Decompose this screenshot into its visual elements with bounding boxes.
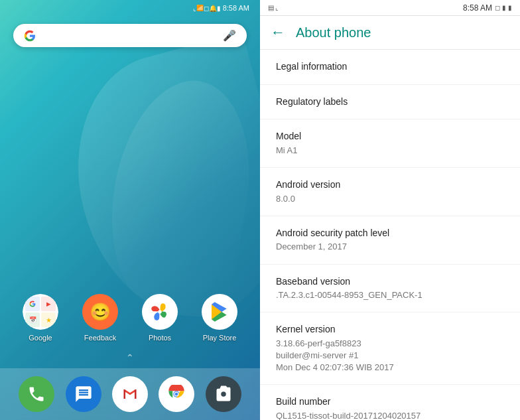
model-title: Model: [276, 130, 504, 143]
sim-icon: ▤: [268, 4, 274, 11]
build-title: Build number: [276, 395, 504, 409]
build-value: QL1515-tissot-build-20171204020157: [276, 410, 504, 420]
toolbar: ← About phone: [260, 16, 520, 50]
settings-item-kernel: Kernel version 3.18.66-perf-ga5f8823 bui…: [260, 313, 520, 385]
android-version-value: 8.0.0: [276, 193, 504, 205]
svg-point-0: [158, 310, 161, 313]
photos-icon: [142, 294, 178, 330]
settings-item-baseband: Baseband version .TA.2.3.c1-00544-8953_G…: [260, 265, 520, 313]
baseband-title: Baseband version: [276, 275, 504, 289]
home-screen: ⌞ 📶 ◻ 🔔 ▮ 8:58 AM 🎤: [0, 0, 260, 420]
search-input[interactable]: [36, 31, 223, 41]
time-right: 8:58 AM: [463, 3, 492, 13]
playstore-icon: [202, 294, 237, 330]
feedback-icon: 😊: [82, 294, 118, 330]
app-item-playstore[interactable]: Play Store: [196, 294, 243, 342]
time-left: 8:58 AM: [223, 4, 249, 12]
kernel-title: Kernel version: [276, 323, 504, 336]
dock-camera[interactable]: [206, 376, 241, 412]
legal-title: Legal information: [276, 60, 504, 74]
back-button[interactable]: ←: [271, 24, 285, 41]
settings-item-regulatory[interactable]: Regulatory labels: [260, 85, 520, 120]
play-store-svg: [209, 301, 230, 322]
settings-item-android-version: Android version 8.0.0: [260, 168, 520, 216]
google-label: Google: [29, 334, 52, 342]
toolbar-title: About phone: [296, 25, 371, 40]
android-version-title: Android version: [276, 178, 504, 192]
status-bar-left: ⌞ 📶 ◻ 🔔 ▮ 8:58 AM: [0, 0, 260, 16]
battery-icon-left: ▮: [217, 5, 221, 12]
app-item-photos[interactable]: Photos: [137, 294, 183, 342]
feedback-label: Feedback: [84, 334, 116, 342]
model-value: Mi A1: [276, 145, 504, 157]
settings-item-legal[interactable]: Legal information: [260, 50, 520, 85]
playstore-label: Play Store: [203, 334, 237, 342]
signal-icon: ◻: [204, 5, 209, 12]
photos-label: Photos: [149, 334, 171, 342]
security-patch-value: December 1, 2017: [276, 241, 504, 253]
pinwheel-svg: [149, 301, 170, 322]
settings-item-security-patch: Android security patch level December 1,…: [260, 216, 520, 265]
regulatory-title: Regulatory labels: [276, 96, 504, 109]
dock-messages[interactable]: [66, 376, 101, 412]
bt-icon2: 📶: [196, 5, 204, 11]
page-up-arrow: ⌃: [126, 352, 134, 363]
dock: [0, 368, 260, 420]
page-indicator: ⌃: [0, 352, 260, 363]
svg-point-3: [175, 393, 178, 396]
dock-phone[interactable]: [19, 376, 54, 412]
google-g-logo: [24, 30, 36, 42]
dock-gmail[interactable]: [112, 376, 148, 412]
settings-item-model: Model Mi A1: [260, 119, 520, 168]
mute-icon-right: ▮: [502, 4, 506, 11]
status-bar-right: ▤ ⌞ 8:58 AM ◻ ▮ ▮: [260, 0, 520, 16]
kernel-value: 3.18.66-perf-ga5f8823 builder@mi-server …: [276, 338, 504, 374]
mute-icon: 🔔: [209, 5, 217, 12]
bt-icon-right: ⌞: [275, 4, 279, 11]
battery-icon-right: ▮: [508, 4, 512, 11]
about-phone-screen: ▤ ⌞ 8:58 AM ◻ ▮ ▮ ← About phone Legal in…: [260, 0, 520, 420]
dock-chrome[interactable]: [159, 376, 194, 412]
security-patch-title: Android security patch level: [276, 227, 504, 240]
app-item-google[interactable]: ▶ 📅 ★ Google: [17, 294, 64, 342]
app-row: ▶ 📅 ★ Google 😊 Feedback: [0, 294, 260, 342]
settings-item-build: Build number QL1515-tissot-build-2017120…: [260, 385, 520, 420]
baseband-value: .TA.2.3.c1-00544-8953_GEN_PACK-1: [276, 289, 504, 301]
signal-icon-right: ◻: [495, 4, 500, 11]
mic-icon[interactable]: 🎤: [223, 29, 236, 42]
search-bar[interactable]: 🎤: [13, 24, 247, 47]
app-item-feedback[interactable]: 😊 Feedback: [77, 294, 123, 342]
settings-list: Legal information Regulatory labels Mode…: [260, 50, 520, 420]
google-folder-icon: ▶ 📅 ★: [23, 294, 58, 330]
